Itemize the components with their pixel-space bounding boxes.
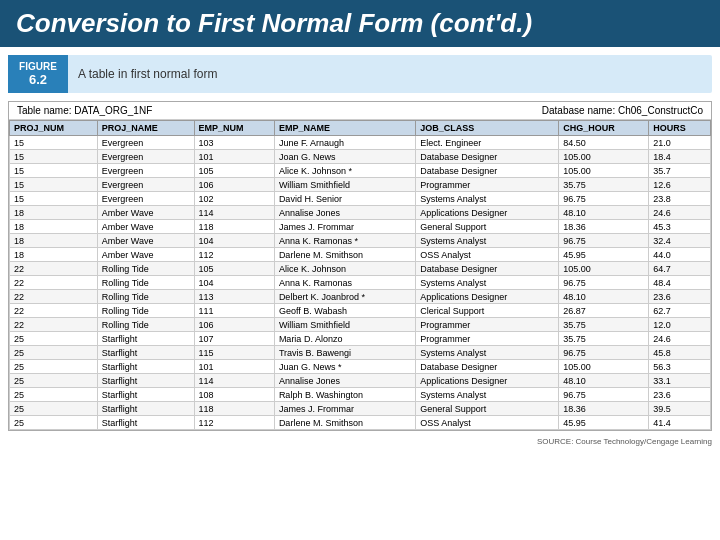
table-cell: 45.95 <box>559 248 649 262</box>
table-cell: 39.5 <box>649 402 711 416</box>
table-cell: 12.0 <box>649 318 711 332</box>
table-cell: 22 <box>10 276 98 290</box>
table-cell: 23.6 <box>649 388 711 402</box>
table-cell: Amber Wave <box>97 220 194 234</box>
table-cell: 22 <box>10 318 98 332</box>
table-row: 18Amber Wave118James J. FrommarGeneral S… <box>10 220 711 234</box>
table-cell: 114 <box>194 374 274 388</box>
table-cell: Programmer <box>416 318 559 332</box>
table-cell: Rolling Tide <box>97 318 194 332</box>
table-cell: 48.10 <box>559 206 649 220</box>
table-cell: 111 <box>194 304 274 318</box>
table-cell: 18.4 <box>649 150 711 164</box>
table-cell: 108 <box>194 388 274 402</box>
table-cell: 107 <box>194 332 274 346</box>
table-cell: 24.6 <box>649 332 711 346</box>
table-cell: 104 <box>194 234 274 248</box>
table-cell: 25 <box>10 346 98 360</box>
table-cell: 15 <box>10 164 98 178</box>
table-cell: Geoff B. Wabash <box>274 304 415 318</box>
table-cell: William Smithfield <box>274 178 415 192</box>
table-cell: 103 <box>194 136 274 150</box>
table-cell: Applications Designer <box>416 206 559 220</box>
table-row: 15Evergreen105Alice K. Johnson *Database… <box>10 164 711 178</box>
table-cell: 32.4 <box>649 234 711 248</box>
table-cell: Evergreen <box>97 150 194 164</box>
table-cell: 113 <box>194 290 274 304</box>
table-cell: 105.00 <box>559 360 649 374</box>
table-cell: 21.0 <box>649 136 711 150</box>
table-cell: 35.75 <box>559 178 649 192</box>
table-cell: 105 <box>194 262 274 276</box>
table-cell: 114 <box>194 206 274 220</box>
table-cell: Programmer <box>416 178 559 192</box>
column-header: JOB_CLASS <box>416 121 559 136</box>
table-cell: 96.75 <box>559 192 649 206</box>
table-cell: Starflight <box>97 416 194 430</box>
table-cell: Maria D. Alonzo <box>274 332 415 346</box>
table-row: 22Rolling Tide111Geoff B. WabashClerical… <box>10 304 711 318</box>
db-name: Database name: Ch06_ConstructCo <box>542 105 703 116</box>
table-row: 25Starflight107Maria D. AlonzoProgrammer… <box>10 332 711 346</box>
table-name: Table name: DATA_ORG_1NF <box>17 105 152 116</box>
table-row: 18Amber Wave104Anna K. Ramonas *Systems … <box>10 234 711 248</box>
table-cell: 25 <box>10 388 98 402</box>
table-cell: 56.3 <box>649 360 711 374</box>
table-cell: 44.0 <box>649 248 711 262</box>
table-cell: Starflight <box>97 402 194 416</box>
table-cell: 18 <box>10 220 98 234</box>
table-cell: Applications Designer <box>416 290 559 304</box>
table-cell: 23.8 <box>649 192 711 206</box>
table-row: 25Starflight112Darlene M. SmithsonOSS An… <box>10 416 711 430</box>
table-cell: 22 <box>10 262 98 276</box>
table-row: 25Starflight108Ralph B. WashingtonSystem… <box>10 388 711 402</box>
table-cell: James J. Frommar <box>274 220 415 234</box>
table-cell: 45.3 <box>649 220 711 234</box>
table-cell: 45.95 <box>559 416 649 430</box>
table-cell: 25 <box>10 374 98 388</box>
page-title: Conversion to First Normal Form (cont'd.… <box>16 8 532 38</box>
table-cell: June F. Arnaugh <box>274 136 415 150</box>
table-cell: 96.75 <box>559 276 649 290</box>
table-cell: Starflight <box>97 388 194 402</box>
table-cell: 22 <box>10 290 98 304</box>
table-cell: Rolling Tide <box>97 276 194 290</box>
table-cell: 12.6 <box>649 178 711 192</box>
table-cell: Database Designer <box>416 150 559 164</box>
table-cell: General Support <box>416 220 559 234</box>
table-cell: Starflight <box>97 332 194 346</box>
table-cell: Amber Wave <box>97 234 194 248</box>
table-cell: 35.75 <box>559 332 649 346</box>
table-cell: 18 <box>10 234 98 248</box>
table-cell: 15 <box>10 136 98 150</box>
table-cell: 112 <box>194 416 274 430</box>
table-cell: 118 <box>194 220 274 234</box>
table-cell: 105.00 <box>559 150 649 164</box>
table-cell: 15 <box>10 178 98 192</box>
table-row: 15Evergreen102David H. SeniorSystems Ana… <box>10 192 711 206</box>
table-cell: 101 <box>194 360 274 374</box>
table-row: 22Rolling Tide113Delbert K. Joanbrod *Ap… <box>10 290 711 304</box>
table-cell: 105.00 <box>559 262 649 276</box>
table-cell: Systems Analyst <box>416 234 559 248</box>
table-row: 15Evergreen106William SmithfieldProgramm… <box>10 178 711 192</box>
table-row: 25Starflight118James J. FrommarGeneral S… <box>10 402 711 416</box>
table-cell: 118 <box>194 402 274 416</box>
table-cell: 15 <box>10 192 98 206</box>
table-cell: General Support <box>416 402 559 416</box>
table-row: 25Starflight114Annalise JonesApplication… <box>10 374 711 388</box>
table-cell: Darlene M. Smithson <box>274 248 415 262</box>
table-cell: 105.00 <box>559 164 649 178</box>
table-cell: Systems Analyst <box>416 388 559 402</box>
table-row: 22Rolling Tide104Anna K. RamonasSystems … <box>10 276 711 290</box>
table-cell: James J. Frommar <box>274 402 415 416</box>
table-cell: Juan G. News * <box>274 360 415 374</box>
table-cell: Amber Wave <box>97 206 194 220</box>
table-cell: Joan G. News <box>274 150 415 164</box>
table-cell: Travis B. Bawengi <box>274 346 415 360</box>
column-header: CHG_HOUR <box>559 121 649 136</box>
table-cell: 25 <box>10 332 98 346</box>
table-cell: 106 <box>194 178 274 192</box>
table-cell: Systems Analyst <box>416 346 559 360</box>
figure-number: 6.2 <box>29 72 47 87</box>
